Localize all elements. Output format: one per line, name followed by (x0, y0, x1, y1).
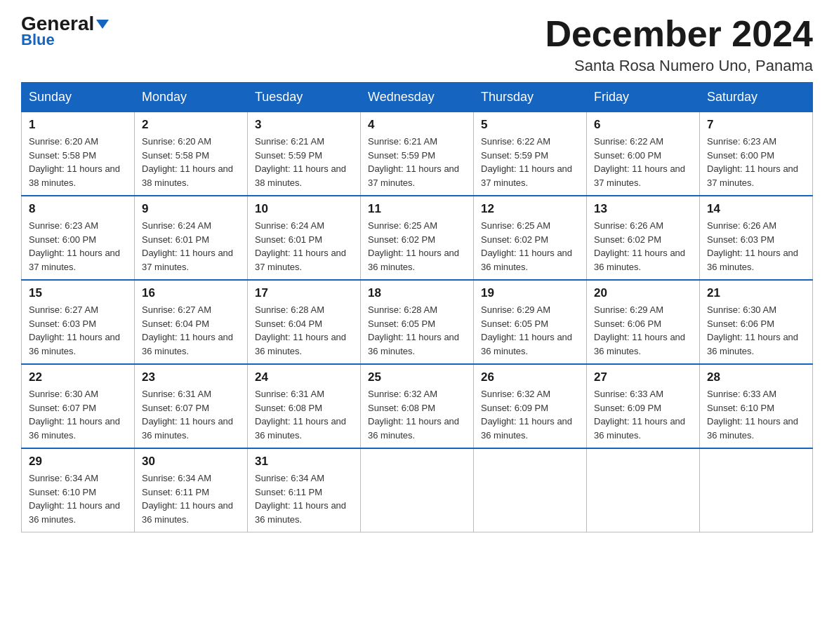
day-number: 20 (594, 286, 692, 300)
day-info: Sunrise: 6:31 AMSunset: 6:07 PMDaylight:… (142, 387, 240, 442)
col-tuesday: Tuesday (248, 83, 361, 112)
day-number: 15 (29, 286, 127, 300)
table-row: 20 Sunrise: 6:29 AMSunset: 6:06 PMDaylig… (587, 280, 700, 364)
col-sunday: Sunday (22, 83, 135, 112)
table-row (361, 448, 474, 532)
day-info: Sunrise: 6:24 AMSunset: 6:01 PMDaylight:… (142, 219, 240, 274)
day-number: 18 (368, 286, 466, 300)
table-row: 8 Sunrise: 6:23 AMSunset: 6:00 PMDayligh… (22, 196, 135, 280)
calendar-week-row: 22 Sunrise: 6:30 AMSunset: 6:07 PMDaylig… (22, 364, 813, 448)
table-row: 10 Sunrise: 6:24 AMSunset: 6:01 PMDaylig… (248, 196, 361, 280)
calendar-week-row: 8 Sunrise: 6:23 AMSunset: 6:00 PMDayligh… (22, 196, 813, 280)
day-info: Sunrise: 6:34 AMSunset: 6:10 PMDaylight:… (29, 471, 127, 526)
col-monday: Monday (135, 83, 248, 112)
day-info: Sunrise: 6:25 AMSunset: 6:02 PMDaylight:… (481, 219, 579, 274)
day-number: 17 (255, 286, 353, 300)
logo-arrow-icon (96, 20, 109, 29)
day-number: 25 (368, 370, 466, 384)
day-number: 29 (29, 455, 127, 469)
day-number: 13 (594, 202, 692, 216)
table-row: 27 Sunrise: 6:33 AMSunset: 6:09 PMDaylig… (587, 364, 700, 448)
page-header: General Blue December 2024 Santa Rosa Nu… (21, 14, 813, 75)
table-row: 26 Sunrise: 6:32 AMSunset: 6:09 PMDaylig… (474, 364, 587, 448)
day-number: 27 (594, 370, 692, 384)
day-info: Sunrise: 6:32 AMSunset: 6:08 PMDaylight:… (368, 387, 466, 442)
month-title: December 2024 (545, 14, 813, 54)
day-number: 5 (481, 118, 579, 132)
table-row: 13 Sunrise: 6:26 AMSunset: 6:02 PMDaylig… (587, 196, 700, 280)
day-info: Sunrise: 6:20 AMSunset: 5:58 PMDaylight:… (142, 135, 240, 189)
day-info: Sunrise: 6:33 AMSunset: 6:09 PMDaylight:… (594, 387, 692, 442)
col-friday: Friday (587, 83, 700, 112)
table-row: 2 Sunrise: 6:20 AMSunset: 5:58 PMDayligh… (135, 112, 248, 196)
day-info: Sunrise: 6:28 AMSunset: 6:04 PMDaylight:… (255, 303, 353, 358)
table-row: 12 Sunrise: 6:25 AMSunset: 6:02 PMDaylig… (474, 196, 587, 280)
day-number: 31 (255, 455, 353, 469)
day-number: 16 (142, 286, 240, 300)
day-number: 19 (481, 286, 579, 300)
col-wednesday: Wednesday (361, 83, 474, 112)
day-number: 1 (29, 118, 127, 132)
day-info: Sunrise: 6:27 AMSunset: 6:03 PMDaylight:… (29, 303, 127, 358)
day-number: 2 (142, 118, 240, 132)
calendar-header-row: Sunday Monday Tuesday Wednesday Thursday… (22, 83, 813, 112)
day-info: Sunrise: 6:27 AMSunset: 6:04 PMDaylight:… (142, 303, 240, 358)
calendar-table: Sunday Monday Tuesday Wednesday Thursday… (21, 82, 813, 532)
logo-blue: Blue (21, 31, 55, 49)
day-number: 4 (368, 118, 466, 132)
title-block: December 2024 Santa Rosa Numero Uno, Pan… (545, 14, 813, 75)
day-number: 14 (707, 202, 805, 216)
day-info: Sunrise: 6:34 AMSunset: 6:11 PMDaylight:… (142, 471, 240, 526)
table-row: 23 Sunrise: 6:31 AMSunset: 6:07 PMDaylig… (135, 364, 248, 448)
table-row (587, 448, 700, 532)
day-number: 3 (255, 118, 353, 132)
calendar-week-row: 15 Sunrise: 6:27 AMSunset: 6:03 PMDaylig… (22, 280, 813, 364)
day-number: 8 (29, 202, 127, 216)
day-info: Sunrise: 6:22 AMSunset: 6:00 PMDaylight:… (594, 135, 692, 189)
day-number: 30 (142, 455, 240, 469)
day-info: Sunrise: 6:29 AMSunset: 6:06 PMDaylight:… (594, 303, 692, 358)
calendar-week-row: 1 Sunrise: 6:20 AMSunset: 5:58 PMDayligh… (22, 112, 813, 196)
table-row: 30 Sunrise: 6:34 AMSunset: 6:11 PMDaylig… (135, 448, 248, 532)
day-number: 21 (707, 286, 805, 300)
day-number: 11 (368, 202, 466, 216)
day-info: Sunrise: 6:25 AMSunset: 6:02 PMDaylight:… (368, 219, 466, 274)
table-row: 19 Sunrise: 6:29 AMSunset: 6:05 PMDaylig… (474, 280, 587, 364)
table-row: 15 Sunrise: 6:27 AMSunset: 6:03 PMDaylig… (22, 280, 135, 364)
day-info: Sunrise: 6:33 AMSunset: 6:10 PMDaylight:… (707, 387, 805, 442)
day-info: Sunrise: 6:31 AMSunset: 6:08 PMDaylight:… (255, 387, 353, 442)
day-info: Sunrise: 6:30 AMSunset: 6:07 PMDaylight:… (29, 387, 127, 442)
table-row: 22 Sunrise: 6:30 AMSunset: 6:07 PMDaylig… (22, 364, 135, 448)
day-number: 12 (481, 202, 579, 216)
table-row: 5 Sunrise: 6:22 AMSunset: 5:59 PMDayligh… (474, 112, 587, 196)
day-info: Sunrise: 6:22 AMSunset: 5:59 PMDaylight:… (481, 135, 579, 189)
table-row: 1 Sunrise: 6:20 AMSunset: 5:58 PMDayligh… (22, 112, 135, 196)
day-info: Sunrise: 6:26 AMSunset: 6:03 PMDaylight:… (707, 219, 805, 274)
day-info: Sunrise: 6:30 AMSunset: 6:06 PMDaylight:… (707, 303, 805, 358)
day-info: Sunrise: 6:34 AMSunset: 6:11 PMDaylight:… (255, 471, 353, 526)
table-row (700, 448, 813, 532)
table-row: 18 Sunrise: 6:28 AMSunset: 6:05 PMDaylig… (361, 280, 474, 364)
table-row: 7 Sunrise: 6:23 AMSunset: 6:00 PMDayligh… (700, 112, 813, 196)
location: Santa Rosa Numero Uno, Panama (545, 57, 813, 75)
table-row: 11 Sunrise: 6:25 AMSunset: 6:02 PMDaylig… (361, 196, 474, 280)
day-number: 23 (142, 370, 240, 384)
table-row: 14 Sunrise: 6:26 AMSunset: 6:03 PMDaylig… (700, 196, 813, 280)
day-number: 6 (594, 118, 692, 132)
day-info: Sunrise: 6:21 AMSunset: 5:59 PMDaylight:… (368, 135, 466, 189)
col-saturday: Saturday (700, 83, 813, 112)
table-row: 29 Sunrise: 6:34 AMSunset: 6:10 PMDaylig… (22, 448, 135, 532)
calendar-week-row: 29 Sunrise: 6:34 AMSunset: 6:10 PMDaylig… (22, 448, 813, 532)
table-row: 28 Sunrise: 6:33 AMSunset: 6:10 PMDaylig… (700, 364, 813, 448)
table-row: 9 Sunrise: 6:24 AMSunset: 6:01 PMDayligh… (135, 196, 248, 280)
table-row: 31 Sunrise: 6:34 AMSunset: 6:11 PMDaylig… (248, 448, 361, 532)
day-info: Sunrise: 6:20 AMSunset: 5:58 PMDaylight:… (29, 135, 127, 189)
table-row: 17 Sunrise: 6:28 AMSunset: 6:04 PMDaylig… (248, 280, 361, 364)
day-info: Sunrise: 6:23 AMSunset: 6:00 PMDaylight:… (707, 135, 805, 189)
table-row: 4 Sunrise: 6:21 AMSunset: 5:59 PMDayligh… (361, 112, 474, 196)
table-row: 3 Sunrise: 6:21 AMSunset: 5:59 PMDayligh… (248, 112, 361, 196)
day-number: 28 (707, 370, 805, 384)
table-row: 24 Sunrise: 6:31 AMSunset: 6:08 PMDaylig… (248, 364, 361, 448)
col-thursday: Thursday (474, 83, 587, 112)
day-info: Sunrise: 6:32 AMSunset: 6:09 PMDaylight:… (481, 387, 579, 442)
